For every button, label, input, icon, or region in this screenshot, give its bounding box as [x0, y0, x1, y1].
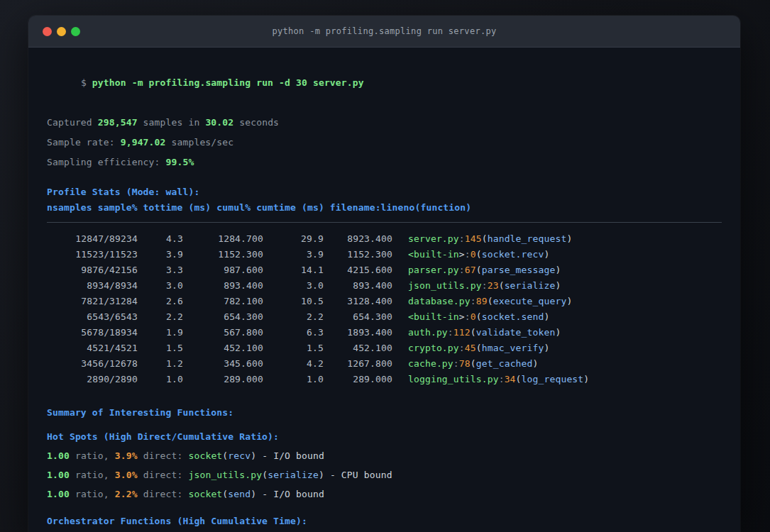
hotspot-lines: 1.00 ratio, 3.9% direct: socket(recv) - …: [47, 450, 722, 501]
titlebar[interactable]: python -m profiling.sampling run server.…: [28, 16, 740, 48]
cell-cumtime-ms: 1893.400: [324, 325, 392, 340]
token: samples in: [138, 117, 206, 128]
token: - I/O bound: [256, 489, 324, 499]
token: server.py: [408, 233, 459, 244]
token: >: [459, 311, 465, 322]
cell-cumul-pct: 1.0: [263, 372, 324, 387]
token: get_cached: [476, 358, 533, 369]
cell-cumul-pct: 3.0: [263, 278, 324, 294]
cell-tottime-ms: 452.100: [183, 340, 263, 356]
cell-cumul-pct: 29.9: [263, 231, 324, 247]
profile-table-row: 3456/12678 1.2 345.600 4.2 1267.800 cach…: [47, 356, 722, 372]
token: 3.9%: [115, 450, 138, 461]
cell-sample-pct: 4.3: [138, 231, 183, 247]
cell-cumtime-ms: 893.400: [324, 278, 392, 294]
token: ): [319, 470, 324, 480]
token: log_request: [522, 374, 584, 384]
profile-table-row: 7821/31284 2.6 782.100 10.5 3128.400 dat…: [47, 294, 722, 309]
command-text: python -m profiling.sampling run -d 30 s…: [92, 77, 364, 88]
cell-tottime-ms: 893.400: [183, 278, 263, 294]
token: socket.recv: [482, 249, 544, 260]
token: handle_request: [488, 233, 567, 244]
cell-nsamples: 6543/6543: [47, 309, 138, 325]
cell-filename-lineno-function: json_utils.py:23(serialize): [408, 278, 561, 294]
cell-cumtime-ms: 654.300: [324, 309, 392, 325]
token: serialize: [268, 470, 319, 480]
token: :: [465, 249, 471, 260]
hotspots-heading: Hot Spots (High Direct/Cumulative Ratio)…: [47, 431, 722, 443]
token: crypto.py: [408, 343, 459, 353]
token: ): [533, 358, 539, 369]
token: :: [465, 311, 471, 322]
close-button[interactable]: [43, 27, 52, 36]
token: 99.5%: [166, 157, 194, 167]
output-line: Sample rate: 9,947.02 samples/sec: [47, 136, 722, 149]
token: json_utils.py: [408, 280, 482, 291]
orchestrator-heading: Orchestrator Functions (High Cumulative …: [47, 515, 722, 528]
token: socket: [188, 489, 222, 499]
cell-cumul-pct: 2.2: [263, 309, 324, 325]
traffic-lights: [43, 16, 80, 47]
profile-table-row: 12847/89234 4.3 1284.700 29.9 8923.400 s…: [47, 231, 722, 247]
cell-tottime-ms: 567.800: [183, 325, 263, 340]
cell-cumtime-ms: 8923.400: [324, 231, 392, 247]
output-line: 1.00 ratio, 3.0% direct: json_utils.py(s…: [47, 469, 722, 482]
profile-table-row: 4521/4521 1.5 452.100 1.5 452.100 crypto…: [47, 340, 722, 356]
token: auth.py: [408, 327, 448, 338]
token: ): [555, 327, 561, 338]
output-line: 1.00 ratio, 2.2% direct: socket(send) - …: [47, 488, 722, 501]
token: cache.py: [408, 358, 453, 369]
output-line: Sampling efficiency: 99.5%: [47, 156, 722, 169]
cell-nsamples: 2890/2890: [47, 372, 138, 387]
cell-filename-lineno-function: parser.py:67(parse_message): [408, 262, 561, 278]
token: - I/O bound: [256, 450, 324, 461]
token: ): [544, 249, 549, 260]
token: :: [499, 374, 505, 384]
token: (: [476, 249, 482, 260]
cell-filename-lineno-function: <built-in>:0(socket.recv): [408, 247, 549, 262]
token: ): [555, 265, 561, 275]
minimize-button[interactable]: [57, 27, 66, 36]
cell-sample-pct: 1.5: [138, 340, 183, 356]
cell-sample-pct: 3.0: [138, 278, 183, 294]
token: socket.send: [482, 311, 544, 322]
token: :: [482, 280, 488, 291]
capture-stats: Captured 298,547 samples in 30.02 second…: [47, 116, 722, 169]
token: 89: [476, 296, 488, 306]
output-line: Captured 298,547 samples in 30.02 second…: [47, 116, 722, 129]
profile-table-row: 8934/8934 3.0 893.400 3.0 893.400 json_u…: [47, 278, 722, 294]
cell-cumtime-ms: 1267.800: [324, 356, 392, 372]
cell-cumul-pct: 4.2: [263, 356, 324, 372]
cell-filename-lineno-function: <built-in>:0(socket.send): [408, 309, 549, 325]
token: (: [516, 374, 522, 384]
token: send: [228, 489, 251, 499]
cell-tottime-ms: 289.000: [183, 372, 263, 387]
token: parse_message: [482, 265, 556, 275]
cell-nsamples: 7821/31284: [47, 294, 138, 309]
token: (: [488, 296, 493, 306]
cell-filename-lineno-function: database.py:89(execute_query): [408, 294, 572, 309]
token: 23: [488, 280, 499, 291]
token: Captured: [47, 117, 98, 128]
token: >: [459, 249, 465, 260]
token: ): [566, 233, 572, 244]
token: 34: [505, 374, 516, 384]
maximize-button[interactable]: [71, 27, 80, 36]
cell-cumtime-ms: 452.100: [324, 340, 392, 356]
token: samples/sec: [166, 137, 234, 148]
cell-cumul-pct: 3.9: [263, 247, 324, 262]
summary-heading: Summary of Interesting Functions:: [47, 406, 722, 419]
table-divider: [47, 222, 722, 223]
token: 67: [465, 265, 476, 275]
token: ratio,: [70, 450, 115, 461]
cell-filename-lineno-function: auth.py:112(validate_token): [408, 325, 561, 340]
token: 0: [471, 311, 476, 322]
cell-tottime-ms: 1152.300: [183, 247, 263, 262]
cell-tottime-ms: 782.100: [183, 294, 263, 309]
token: :: [459, 233, 465, 244]
token: 2.2%: [115, 489, 138, 499]
cell-nsamples: 12847/89234: [47, 231, 138, 247]
token: ratio,: [70, 470, 115, 480]
cell-cumtime-ms: 4215.600: [324, 262, 392, 278]
token: ): [566, 296, 572, 306]
